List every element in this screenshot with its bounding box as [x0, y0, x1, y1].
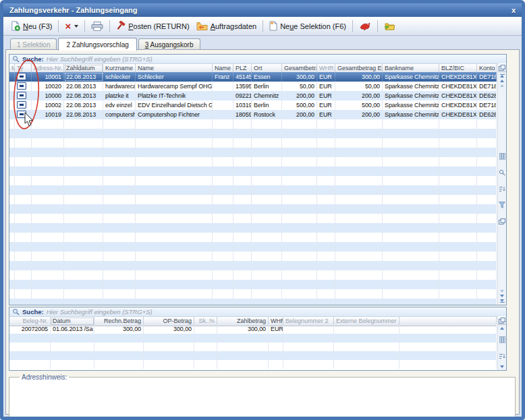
cell-ort[interactable]: Berlin [252, 100, 282, 110]
cell-konto[interactable]: DE628 [477, 91, 497, 100]
scroll-up-button[interactable] [500, 327, 504, 330]
mascot-button[interactable] [356, 20, 375, 32]
export-icon[interactable] [499, 215, 505, 227]
cell-kurzname[interactable]: platzke it [103, 91, 136, 100]
cell-ty[interactable] [15, 82, 32, 91]
cell-beleg_nr[interactable]: 20072005 [9, 325, 51, 334]
empty-row[interactable] [9, 223, 497, 233]
cell-m[interactable] [9, 82, 15, 91]
empty-row[interactable] [9, 204, 497, 214]
tab-zahlungsvorschlag[interactable]: 2 Zahlungsvorschlag [58, 38, 136, 51]
empty-row[interactable] [9, 242, 497, 251]
columns-icon[interactable] [499, 334, 505, 346]
cell-adress_nr[interactable]: 10000 [32, 91, 64, 100]
column-chooser-icon[interactable] [498, 316, 506, 325]
cell-gesamtbetrag[interactable]: 50,00 [282, 82, 317, 91]
cell-externe_belegnummer[interactable] [334, 325, 399, 334]
cell-rechn_betrag[interactable]: 300,00 [94, 325, 144, 334]
cell-konto[interactable]: DE718 [477, 82, 497, 91]
cell-plz[interactable]: 10319 [233, 100, 252, 110]
title-bar[interactable]: Zahlungsverkehr - Zahlungseingang x [3, 3, 522, 17]
cell-name[interactable]: Platzke IT-Technik [136, 91, 213, 100]
cell-plz[interactable]: 45145 [233, 72, 252, 82]
scroll-down-button[interactable] [500, 295, 504, 297]
cell-ty[interactable] [15, 100, 32, 110]
table-row[interactable]: 2007200501.06.2013 /Sa300,00300,00300,00… [9, 325, 497, 334]
cell-bankname[interactable]: Sparkasse Chemnitz [383, 82, 439, 91]
delete-button[interactable]: × [61, 21, 82, 32]
empty-row[interactable] [9, 148, 497, 157]
cell-plz[interactable]: 13595 [233, 82, 252, 91]
close-icon[interactable]: x [512, 3, 516, 17]
cell-konto[interactable]: DE628 [477, 110, 497, 119]
table-row[interactable]: 1000022.08.2013platzke itPlatzke IT-Tech… [9, 91, 497, 100]
table-search-bar[interactable]: Suche: Hier Suchbegriff eingeben (STRG+S… [9, 55, 506, 64]
cell-adress_nr[interactable]: 10020 [32, 82, 64, 91]
cell-ty[interactable] [15, 91, 32, 100]
cell-konto[interactable]: DE718 [477, 100, 497, 110]
cell-kurzname[interactable]: hardwareca [103, 82, 136, 91]
sort-icon[interactable] [499, 183, 505, 195]
tab-selektion[interactable]: 1 Selektion [10, 38, 57, 50]
empty-row[interactable] [9, 195, 497, 204]
cell-m[interactable] [9, 100, 15, 110]
folder-button[interactable] [381, 20, 399, 32]
cell-m[interactable] [9, 72, 15, 82]
cell-gesamtbetrag[interactable]: 500,00 [282, 100, 317, 110]
cell-plz[interactable]: 09221 [233, 91, 252, 100]
cell-name2[interactable] [213, 110, 233, 119]
print-button[interactable] [88, 20, 107, 32]
table-row[interactable]: 1000222.08.2013edv einzelEDV Einzelhande… [9, 100, 497, 110]
search-icon[interactable] [499, 167, 505, 179]
cell-bankname[interactable]: Sparkasse Chemnitz [383, 72, 439, 82]
cell-name2[interactable] [213, 82, 233, 91]
column-chooser-icon[interactable] [498, 63, 506, 72]
cell-gesamtbetrag_euro[interactable]: 200,00 [335, 91, 383, 100]
cell-sk[interactable] [194, 325, 217, 334]
scroll-bottom-button[interactable] [500, 302, 505, 303]
cell-zahlbetrag[interactable]: 300,00 [217, 325, 269, 334]
cell-name[interactable]: Schlecker [136, 72, 213, 82]
cell-blz_bic[interactable]: CHEKDE81XXX [439, 110, 477, 119]
cell-adress_nr[interactable]: 10001 [32, 72, 64, 82]
cell-whr[interactable]: EUR [317, 82, 335, 91]
cell-datum[interactable]: 01.06.2013 /Sa [51, 325, 94, 334]
cell-zahldatum[interactable]: 22.08.2013 [64, 91, 103, 100]
cell-ty[interactable] [15, 110, 32, 119]
cell-gesamtbetrag_euro[interactable]: 50,00 [335, 82, 383, 91]
tab-ausgangskorb[interactable]: 3 Ausgangskorb [138, 38, 200, 50]
dropdown-caret-icon[interactable] [74, 25, 78, 28]
cell-adress_nr[interactable]: 10002 [32, 100, 64, 110]
cell-name2[interactable] [213, 91, 233, 100]
empty-row[interactable] [9, 138, 497, 148]
table-row[interactable]: 1001922.08.2013computershComputershop Fi… [9, 110, 497, 119]
sort-icon[interactable] [499, 350, 505, 362]
cell-zahldatum[interactable]: 22.08.2013 [64, 82, 103, 91]
cell-ort[interactable]: Essen [252, 72, 282, 82]
empty-row[interactable] [9, 176, 497, 185]
empty-row[interactable] [9, 185, 497, 195]
empty-row[interactable] [9, 351, 497, 360]
table-row[interactable]: 1000122.08.2013schleckerSchleckerFranz45… [9, 72, 497, 82]
scroll-top-button[interactable] [500, 75, 504, 78]
columns-icon[interactable] [499, 150, 505, 162]
scroll-page-down-button[interactable] [500, 290, 504, 293]
cell-bankname[interactable]: Sparkasse Chemnitz [383, 91, 439, 100]
cell-bankname[interactable]: Sparkasse Chemnitz [383, 110, 439, 119]
cell-op_betrag[interactable]: 300,00 [144, 325, 194, 334]
cell-kurzname[interactable]: computersh [103, 110, 136, 119]
cell-konto[interactable]: DE718 [477, 72, 497, 82]
cell-adress_nr[interactable]: 10019 [32, 110, 64, 119]
cell-name[interactable]: EDV Einzelhandel Dietsch GmbH [136, 100, 213, 110]
cell-zahldatum[interactable]: 22.08.2013 [64, 100, 103, 110]
cell-gesamtbetrag_euro[interactable]: 300,00 [335, 72, 383, 82]
cell-ort[interactable]: Rostock [252, 110, 282, 119]
cell-name[interactable]: Hardwarecamp Sempf OHG [136, 82, 213, 91]
cell-m[interactable] [9, 91, 15, 100]
cell-whr[interactable]: EUR [317, 91, 335, 100]
empty-row[interactable] [9, 214, 497, 223]
cell-whr[interactable]: EUR [317, 72, 335, 82]
cell-gesamtbetrag[interactable]: 200,00 [282, 110, 317, 119]
cell-name2[interactable]: Franz [213, 72, 233, 82]
cell-kurzname[interactable]: schlecker [103, 72, 136, 82]
